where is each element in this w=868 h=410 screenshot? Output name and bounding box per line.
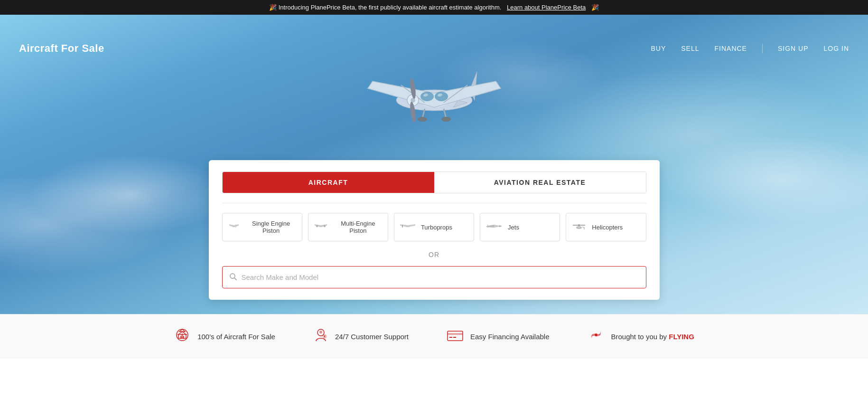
cat-jets-label: Jets	[508, 224, 519, 231]
header: Aircraft For Sale BUY SELL FINANCE SIGN …	[0, 32, 868, 65]
cat-multi-engine-label: Multi-Engine Piston	[333, 220, 383, 234]
support-icon	[313, 328, 328, 345]
nav-buy[interactable]: BUY	[651, 45, 666, 52]
svg-point-26	[316, 225, 318, 227]
announcement-text: 🎉 Introducing PlanePrice Beta, the first…	[269, 4, 501, 11]
search-box: AIRCRAFT AVIATION REAL ESTATE Single Eng…	[209, 160, 660, 300]
feature-aircraft-count-text: 100's of Aircraft For Sale	[197, 333, 275, 341]
single-engine-icon	[227, 222, 241, 233]
cat-turboprops[interactable]: Turboprops	[394, 213, 474, 241]
cat-single-engine[interactable]: Single Engine Piston	[222, 213, 302, 241]
feature-financing-text: Easy Financing Available	[470, 333, 550, 341]
feature-financing: Easy Financing Available	[447, 329, 550, 344]
search-input[interactable]	[242, 267, 639, 288]
search-tabs: AIRCRAFT AVIATION REAL ESTATE	[222, 172, 646, 193]
svg-rect-30	[402, 225, 403, 228]
svg-marker-5	[368, 81, 501, 107]
category-buttons: Single Engine Piston Multi-Engine Piston	[222, 213, 646, 241]
cat-jets[interactable]: Jets	[480, 213, 560, 241]
cat-helicopters[interactable]: Helicopters	[566, 213, 646, 241]
announcement-bar: 🎉 Introducing PlanePrice Beta, the first…	[0, 0, 868, 15]
svg-marker-33	[499, 225, 502, 227]
nav-finance[interactable]: FINANCE	[715, 45, 747, 52]
tab-aircraft[interactable]: AIRCRAFT	[223, 172, 434, 193]
svg-point-16	[420, 92, 434, 101]
svg-point-51	[319, 331, 322, 334]
cat-multi-engine[interactable]: Multi-Engine Piston	[308, 213, 388, 241]
svg-marker-32	[494, 225, 499, 228]
nav-login[interactable]: LOG IN	[824, 45, 849, 52]
multi-engine-icon	[313, 222, 328, 233]
feature-support: 24/7 Customer Support	[313, 328, 409, 345]
jets-icon	[485, 222, 503, 232]
flying-link[interactable]: FLYING	[669, 333, 694, 341]
search-icon	[229, 273, 237, 282]
cat-helicopters-label: Helicopters	[592, 224, 623, 231]
svg-point-14	[418, 117, 427, 122]
tab-real-estate[interactable]: AVIATION REAL ESTATE	[434, 172, 646, 193]
hero-section: Aircraft For Sale BUY SELL FINANCE SIGN …	[0, 15, 868, 314]
turboprops-icon	[399, 222, 416, 232]
svg-point-27	[324, 225, 326, 227]
announcement-link[interactable]: Learn about PlanePrice Beta	[507, 4, 586, 11]
financing-icon	[447, 329, 464, 344]
svg-marker-21	[229, 224, 239, 227]
svg-point-15	[441, 117, 451, 122]
feature-support-text: 24/7 Customer Support	[335, 333, 409, 341]
main-nav: BUY SELL FINANCE SIGN UP LOG IN	[651, 44, 849, 53]
or-divider: OR	[222, 251, 646, 258]
svg-point-38	[578, 224, 580, 226]
tab-divider	[222, 203, 646, 203]
feature-flying: Brought to you by FLYING	[588, 328, 694, 345]
svg-line-42	[234, 278, 236, 280]
cat-single-engine-label: Single Engine Piston	[245, 220, 297, 234]
nav-divider	[762, 44, 763, 53]
svg-point-17	[435, 92, 448, 101]
nav-signup[interactable]: SIGN UP	[778, 45, 809, 52]
feature-flying-text: Brought to you by FLYING	[611, 333, 694, 341]
svg-point-58	[595, 334, 597, 336]
cat-turboprops-label: Turboprops	[421, 224, 452, 231]
aircraft-count-icon	[174, 328, 191, 345]
svg-rect-54	[448, 331, 463, 341]
svg-rect-55	[448, 333, 463, 335]
announcement-emoji: 🎉	[591, 4, 599, 11]
features-bar: 100's of Aircraft For Sale 24/7 Customer…	[0, 314, 868, 359]
nav-sell[interactable]: SELL	[681, 45, 699, 52]
helicopters-icon	[571, 221, 587, 233]
site-logo[interactable]: Aircraft For Sale	[19, 42, 104, 55]
feature-aircraft-count: 100's of Aircraft For Sale	[174, 328, 275, 345]
search-input-container	[222, 266, 646, 288]
flying-icon	[588, 328, 605, 345]
